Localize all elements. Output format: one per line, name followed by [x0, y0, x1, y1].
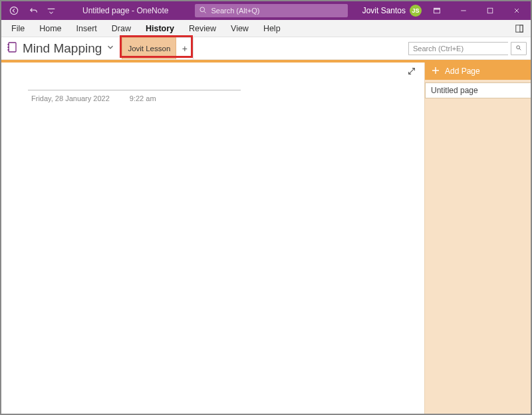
user-avatar[interactable]: JS [410, 5, 422, 17]
ribbon-review[interactable]: Review [182, 21, 223, 36]
add-page-label: Add Page [445, 67, 480, 76]
ribbon-help[interactable]: Help [256, 21, 288, 36]
notebook-row: Mind Mapping Jovit Lesson + Search (Ctrl… [1, 37, 531, 60]
search-icon [199, 6, 207, 15]
page-panel: Add Page Untitled page [424, 63, 531, 414]
notebook-icon [7, 41, 19, 56]
titlebar: Untitled page - OneNote Search (Alt+Q) J… [1, 1, 531, 20]
undo-button[interactable] [27, 3, 41, 18]
ribbon-view[interactable]: View [223, 21, 256, 36]
page-title-input[interactable] [28, 74, 241, 90]
page-time: 9:22 am [130, 94, 156, 102]
maximize-button[interactable] [479, 1, 501, 20]
page-search-dropdown-button[interactable] [511, 42, 527, 55]
titlebar-left [1, 3, 56, 18]
ribbon-draw[interactable]: Draw [104, 21, 138, 36]
page-search-area: Search (Ctrl+E) [408, 37, 531, 59]
title-search[interactable]: Search (Alt+Q) [195, 4, 348, 17]
plus-icon [432, 67, 440, 76]
ribbon-home[interactable]: Home [32, 21, 68, 36]
page-search-input[interactable]: Search (Ctrl+E) [408, 42, 508, 55]
add-section-button[interactable]: + [176, 37, 194, 59]
svg-point-1 [200, 7, 205, 12]
window-title: Untitled page - OneNote [82, 6, 168, 15]
chevron-down-icon [106, 43, 115, 55]
page-canvas[interactable]: Friday, 28 January 2022 9:22 am [1, 63, 424, 414]
svg-rect-5 [516, 25, 523, 32]
ribbon-tabs: File Home Insert Draw History Review Vie… [1, 20, 531, 37]
minimize-button[interactable] [452, 1, 475, 20]
svg-point-11 [516, 46, 519, 49]
expand-canvas-button[interactable] [407, 67, 419, 78]
svg-point-0 [10, 7, 17, 14]
svg-rect-7 [9, 43, 16, 52]
svg-rect-6 [520, 25, 523, 32]
title-search-placeholder: Search (Alt+Q) [211, 7, 259, 15]
page-date: Friday, 28 January 2022 [31, 94, 110, 102]
page-meta: Friday, 28 January 2022 9:22 am [31, 94, 156, 102]
onenote-window: Untitled page - OneNote Search (Alt+Q) J… [0, 0, 532, 415]
svg-rect-9 [8, 47, 9, 48]
ribbon-insert[interactable]: Insert [69, 21, 104, 36]
close-button[interactable] [505, 1, 528, 20]
svg-rect-10 [8, 49, 9, 51]
qat-customize-button[interactable] [47, 3, 56, 18]
add-page-button[interactable]: Add Page [425, 63, 531, 80]
section-tabs: Jovit Lesson + [122, 37, 194, 59]
notebook-selector[interactable]: Mind Mapping [1, 37, 115, 59]
notebook-name: Mind Mapping [23, 41, 102, 56]
full-page-view-button[interactable] [511, 21, 528, 36]
ribbon-history[interactable]: History [138, 21, 182, 36]
user-area: Jovit Santos JS [362, 1, 531, 20]
page-item-untitled[interactable]: Untitled page [425, 82, 531, 98]
svg-rect-8 [8, 44, 9, 45]
back-button[interactable] [7, 3, 21, 18]
svg-rect-4 [487, 8, 493, 13]
body: Friday, 28 January 2022 9:22 am Add Page… [1, 63, 531, 414]
user-name: Jovit Santos [362, 6, 406, 15]
ribbon-file[interactable]: File [4, 21, 32, 36]
section-tab-jovit-lesson[interactable]: Jovit Lesson [122, 37, 176, 59]
svg-rect-3 [434, 8, 440, 9]
ribbon-mode-button[interactable] [426, 1, 448, 20]
